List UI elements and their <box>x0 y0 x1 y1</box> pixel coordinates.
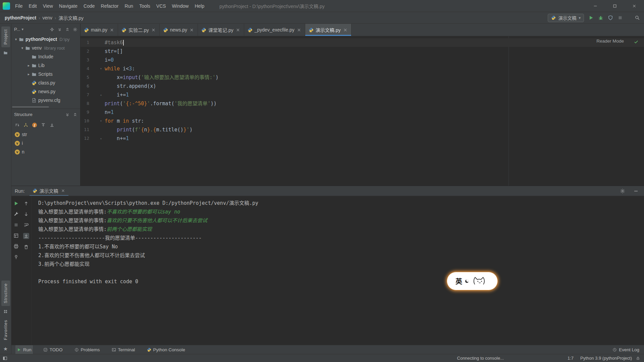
close-icon[interactable] <box>189 27 194 33</box>
tree-item-Include[interactable]: Include <box>11 52 80 61</box>
menu-edit[interactable]: Edit <box>26 0 40 12</box>
chevron-icon[interactable]: ▾ <box>20 46 25 50</box>
caret-position[interactable]: 1:7 <box>568 356 574 361</box>
search-icon[interactable] <box>635 15 640 20</box>
gear-icon[interactable] <box>620 188 625 194</box>
down-icon[interactable] <box>23 212 29 217</box>
fold-marker[interactable]: ▾ <box>89 64 105 73</box>
toolwindow-button-python-console[interactable]: Python Console <box>146 345 186 354</box>
code-editor[interactable]: 1#task62str=[]3i=04▾while i<3:5 x=input(… <box>80 36 644 186</box>
settings-wrench-icon[interactable] <box>13 212 19 217</box>
tree-item-Scripts[interactable]: ▸Scripts <box>11 70 80 78</box>
stripe-favorites-button[interactable]: Favorites <box>1 317 10 343</box>
stop-icon[interactable] <box>13 222 19 228</box>
inspections-ok-icon[interactable] <box>634 39 639 44</box>
hide-panel-icon[interactable] <box>633 188 639 194</box>
expand-all-icon[interactable] <box>57 27 62 32</box>
editor-tab[interactable]: 演示文稿.py <box>305 24 352 36</box>
collapse-all-icon[interactable] <box>73 112 77 117</box>
close-icon[interactable] <box>297 27 302 33</box>
pin-icon[interactable] <box>13 254 19 260</box>
structure-item-n[interactable]: vn <box>11 147 80 156</box>
menu-window[interactable]: Window <box>169 0 192 12</box>
folder-icon <box>32 63 37 68</box>
interpreter-status[interactable]: Python 3.9 (pythonProject) <box>580 356 632 361</box>
menu-view[interactable]: View <box>40 0 56 12</box>
structure-item-str[interactable]: vstr <box>11 130 80 139</box>
print-icon[interactable] <box>13 244 19 249</box>
menu-refactor[interactable]: Refactor <box>98 0 122 12</box>
stop-icon[interactable] <box>618 15 623 20</box>
editor-tab[interactable]: 实验二.py <box>118 24 160 36</box>
up-icon[interactable] <box>23 201 29 206</box>
menu-navigate[interactable]: Navigate <box>56 0 80 12</box>
menu-file[interactable]: File <box>12 0 26 12</box>
structure-item-i[interactable]: vi <box>11 139 80 147</box>
menu-vcs[interactable]: VCS <box>153 0 169 12</box>
anchor-bottom-icon[interactable] <box>50 123 54 127</box>
horizontal-scrollbar[interactable] <box>12 106 49 108</box>
toolwindow-button-problems[interactable]: Problems <box>73 345 101 354</box>
close-icon[interactable] <box>343 27 348 33</box>
close-icon[interactable] <box>235 27 240 33</box>
toolwindow-button-todo[interactable]: TODO <box>42 345 64 354</box>
f-filter-icon[interactable]: f <box>32 123 37 127</box>
breadcrumb-item[interactable]: venv <box>42 15 52 20</box>
tree-item-pyvenv.cfg[interactable]: pyvenv.cfg <box>11 96 80 105</box>
editor-tab[interactable]: 课堂笔记.py <box>198 24 244 36</box>
editor-tab[interactable]: news.py <box>160 24 198 36</box>
run-config-selector[interactable]: 演示文稿 ▾ <box>548 14 584 22</box>
close-icon[interactable] <box>151 27 156 33</box>
fold-marker[interactable]: ▾ <box>89 117 105 125</box>
tree-item-news.py[interactable]: news.py <box>11 87 80 96</box>
chevron-icon[interactable]: ▸ <box>26 63 31 68</box>
editor-tab[interactable]: _pydev_execfile.py <box>244 24 305 36</box>
scroll-end-icon[interactable] <box>23 233 29 239</box>
event-log-button[interactable]: Event Log <box>612 347 639 352</box>
tree-item-pythonProject[interactable]: ▾pythonProjectD:\py <box>11 35 80 44</box>
menu-tools[interactable]: Tools <box>136 0 153 12</box>
tree-item-Lib[interactable]: ▸Lib <box>11 61 80 70</box>
collapse-all-icon[interactable] <box>65 27 70 32</box>
toolwindow-button-run[interactable]: Run <box>15 345 33 354</box>
close-icon[interactable] <box>109 27 114 33</box>
sort-alpha-icon[interactable] <box>15 123 19 127</box>
tree-item-class.py[interactable]: class.py <box>11 78 80 87</box>
menu-run[interactable]: Run <box>121 0 136 12</box>
fold-marker[interactable]: ▴ <box>89 90 105 99</box>
debug-icon[interactable] <box>598 15 603 20</box>
menu-code[interactable]: Code <box>80 0 98 12</box>
close-button[interactable] <box>625 0 644 12</box>
stripe-structure-button[interactable]: Structure <box>1 281 10 306</box>
expand-all-icon[interactable] <box>65 112 70 117</box>
close-icon[interactable] <box>61 188 65 193</box>
soft-wrap-icon[interactable] <box>23 222 29 228</box>
editor-tab[interactable]: main.py <box>80 24 118 36</box>
group-tree-icon[interactable] <box>23 123 28 127</box>
anchor-top-icon[interactable] <box>41 123 46 127</box>
maximize-button[interactable] <box>605 0 625 12</box>
star-icon[interactable]: ★ <box>3 346 8 352</box>
toolwindow-toggle-icon[interactable] <box>3 356 7 361</box>
run-icon[interactable] <box>588 15 594 20</box>
coverage-icon[interactable] <box>608 15 613 20</box>
run-console-tab[interactable]: 演示文稿 <box>30 186 68 196</box>
console-output[interactable]: D:\pythonProject\venv\Scripts\python.exe… <box>32 196 644 345</box>
breadcrumb-item[interactable]: pythonProject <box>5 15 36 20</box>
chevron-icon[interactable]: ▸ <box>26 72 31 76</box>
locate-icon[interactable] <box>50 27 54 32</box>
restore-layout-icon[interactable] <box>13 233 19 238</box>
clear-icon[interactable] <box>23 244 29 250</box>
menu-help[interactable]: Help <box>192 0 207 12</box>
settings-icon[interactable] <box>73 27 77 32</box>
lock-icon[interactable] <box>636 356 640 360</box>
run-icon[interactable] <box>13 201 19 206</box>
project-view-selector[interactable]: P...▾ <box>14 27 23 32</box>
chevron-icon[interactable]: ▾ <box>13 37 18 42</box>
toolwindow-button-terminal[interactable]: Terminal <box>110 345 137 354</box>
minimize-button[interactable] <box>586 0 605 12</box>
fold-marker[interactable]: ▴ <box>89 134 105 143</box>
tree-item-venv[interactable]: ▾venvlibrary root <box>11 44 80 52</box>
breadcrumb-item[interactable]: 演示文稿.py <box>58 14 84 21</box>
stripe-project-button[interactable]: Project <box>1 26 10 47</box>
